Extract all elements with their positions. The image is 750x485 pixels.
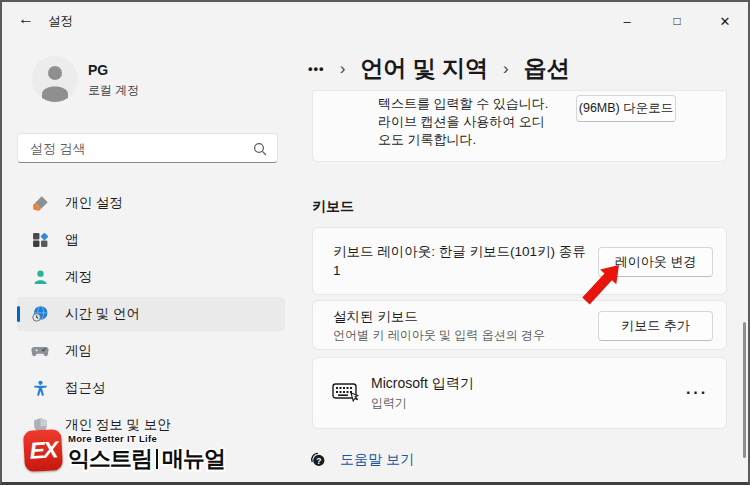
chevron-right-icon: › xyxy=(340,58,346,79)
keyboard-layout-card: 키보드 레이아웃: 한글 키보드(101키) 종류 1 레이아웃 변경 xyxy=(312,227,727,295)
accounts-icon xyxy=(31,268,49,286)
installed-keyboards-subtitle: 언어별 키 레이아웃 및 입력 옵션의 경우 xyxy=(333,327,545,344)
sidebar-item-label: 개인 설정 xyxy=(65,194,123,212)
help-icon: ? xyxy=(309,450,328,469)
sidebar-item-label: 앱 xyxy=(65,231,79,249)
add-keyboard-button[interactable]: 키보드 추가 xyxy=(598,311,713,341)
sidebar-item-label: 계정 xyxy=(65,268,92,286)
maximize-button[interactable]: □ xyxy=(657,8,697,34)
keyboard-section-title: 키보드 xyxy=(312,198,354,216)
download-button[interactable]: (96MB) 다운로드 xyxy=(576,95,676,122)
avatar[interactable] xyxy=(32,56,78,102)
search-icon xyxy=(253,142,267,156)
speech-card: 텍스트를 입력할 수 있습니다. 라이브 캡션을 사용하여 오디 오도 기록합니… xyxy=(312,90,727,162)
time-language-icon xyxy=(31,305,49,323)
brand-texts: More Better IT Life 익스트림 매뉴얼 xyxy=(68,430,225,474)
brand-badge-icon: EX xyxy=(23,429,63,472)
brand-name-first: 익스트림 xyxy=(68,444,152,474)
breadcrumb-overflow-button[interactable]: ••• xyxy=(308,61,325,76)
installed-keyboards-title: 설치된 키보드 xyxy=(333,308,418,326)
person-icon xyxy=(32,56,78,102)
sidebar-item-gaming[interactable]: 게임 xyxy=(17,334,285,368)
sidebar-item-label: 접근성 xyxy=(65,379,106,397)
keyboard-layout-label: 키보드 레이아웃: 한글 키보드(101키) 종류 1 xyxy=(333,242,586,280)
brand-tagline: More Better IT Life xyxy=(68,433,225,444)
apps-icon xyxy=(31,231,49,249)
brand-divider xyxy=(156,449,158,469)
profile-name: PG xyxy=(88,62,108,78)
more-options-button[interactable]: ··· xyxy=(686,384,708,402)
installed-keyboards-card: 설치된 키보드 언어별 키 레이아웃 및 입력 옵션의 경우 키보드 추가 xyxy=(312,300,727,350)
profile-account-type: 로컬 계정 xyxy=(88,82,139,99)
ime-title: Microsoft 입력기 xyxy=(371,374,474,392)
scrollbar-thumb[interactable] xyxy=(743,322,746,458)
ime-subtitle: 입력기 xyxy=(371,395,407,412)
sidebar-item-time-language[interactable]: 시간 및 언어 xyxy=(17,297,285,331)
settings-search-box xyxy=(17,133,278,163)
sidebar-item-personalization[interactable]: 개인 설정 xyxy=(17,186,285,220)
sidebar-item-label: 시간 및 언어 xyxy=(65,305,140,323)
chevron-right-icon: › xyxy=(503,58,509,79)
search-input[interactable] xyxy=(18,134,277,162)
sidebar-item-apps[interactable]: 앱 xyxy=(17,223,285,257)
speech-card-description: 텍스트를 입력할 수 있습니다. 라이브 캡션을 사용하여 오디 오도 기록합니… xyxy=(378,95,548,149)
svg-text:?: ? xyxy=(316,456,321,466)
close-button[interactable]: ✕ xyxy=(705,8,745,34)
get-help-label: 도움말 보기 xyxy=(340,451,414,469)
annotation-arrow-icon xyxy=(572,255,632,315)
page-title: 옵션 xyxy=(524,53,570,84)
sidebar-item-accounts[interactable]: 계정 xyxy=(17,260,285,294)
window-title: 설정 xyxy=(48,13,73,30)
ime-card: Microsoft 입력기 입력기 ··· xyxy=(312,357,727,429)
selection-indicator xyxy=(17,306,20,322)
watermark-logo: EX More Better IT Life 익스트림 매뉴얼 xyxy=(24,430,225,474)
settings-window: ← 설정 – □ ✕ PG 로컬 계정 개인 설정 앱 계정 xyxy=(0,0,750,485)
brand-name-second: 매뉴얼 xyxy=(162,444,225,474)
back-button[interactable]: ← xyxy=(18,10,34,28)
breadcrumb-language-region[interactable]: 언어 및 지역 xyxy=(360,53,488,84)
personalization-brush-icon xyxy=(31,194,49,212)
minimize-button[interactable]: – xyxy=(607,8,647,34)
get-help-link[interactable]: ? 도움말 보기 xyxy=(309,450,414,469)
sidebar-item-accessibility[interactable]: 접근성 xyxy=(17,371,285,405)
breadcrumb: ••• › 언어 및 지역 › 옵션 xyxy=(308,50,570,86)
accessibility-icon xyxy=(31,379,49,397)
keyboard-icon xyxy=(332,382,359,408)
gamepad-icon xyxy=(31,342,49,360)
sidebar-item-label: 게임 xyxy=(65,342,92,360)
